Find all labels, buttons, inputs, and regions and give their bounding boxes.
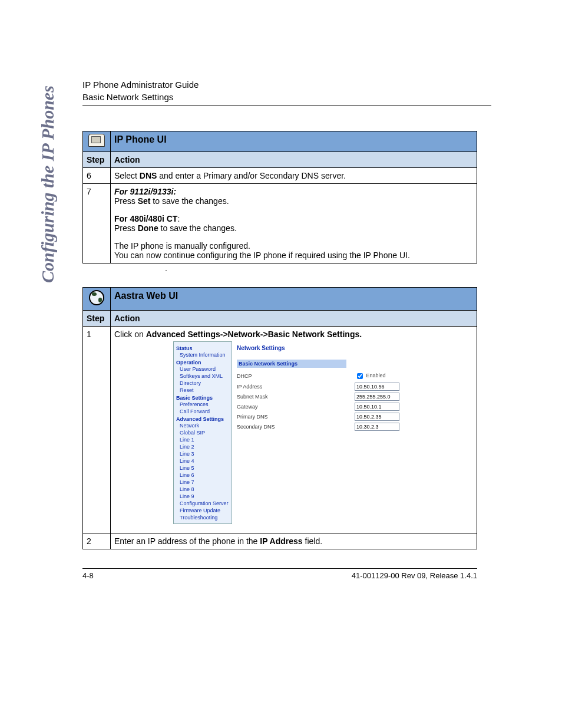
nav-troubleshooting[interactable]: Troubleshooting — [180, 514, 229, 521]
nav-softkeys-xml[interactable]: Softkeys and XML — [180, 373, 229, 380]
doc-subtitle: Basic Network Settings — [82, 92, 491, 102]
nav-global-sip[interactable]: Global SIP — [180, 429, 229, 436]
phone-icon — [88, 134, 105, 147]
phone-icon-cell — [83, 131, 111, 152]
doc-title: IP Phone Administrator Guide — [82, 80, 491, 90]
step2-1: 1 — [83, 327, 111, 533]
nav-line4[interactable]: Line 4 — [180, 457, 229, 465]
nav-advanced-hdr: Advanced Settings — [176, 416, 229, 422]
webui-screenshot: Status System Information Operation User… — [173, 341, 421, 524]
footer-divider — [82, 568, 477, 569]
nav-line7[interactable]: Line 7 — [180, 479, 229, 486]
nav-config-server[interactable]: Configuration Server — [180, 500, 229, 507]
section2-title: Aastra Web UI — [111, 288, 477, 311]
col-action: Action — [111, 152, 477, 168]
net-settings-title: Network Settings — [237, 345, 416, 351]
step-6-action: Select DNS and enter a Primary and/or Se… — [111, 168, 477, 184]
basic-net-band: Basic Network Settings — [237, 360, 346, 368]
step-6: 6 — [83, 168, 111, 184]
nav-line6[interactable]: Line 6 — [180, 472, 229, 479]
primary-dns-input[interactable] — [355, 413, 399, 421]
page-number: 4-8 — [82, 571, 94, 580]
nav-system-information[interactable]: System Information — [180, 351, 229, 358]
col-step: Step — [83, 152, 111, 168]
nav-user-password[interactable]: User Password — [180, 365, 229, 373]
doc-revision: 41-001129-00 Rev 09, Release 1.4.1 — [352, 571, 477, 580]
header-divider — [82, 106, 491, 106]
label-subnet: Subnet Mask — [237, 394, 355, 400]
col-step-2: Step — [83, 311, 111, 327]
ip-phone-ui-table: IP Phone UI Step Action 6 Select DNS and… — [82, 131, 477, 263]
nav-firmware-update[interactable]: Firmware Update — [180, 507, 229, 514]
col-action-2: Action — [111, 311, 477, 327]
dhcp-checkbox[interactable] — [357, 373, 363, 379]
label-sdns: Secondary DNS — [237, 424, 355, 430]
nav-line9[interactable]: Line 9 — [180, 493, 229, 500]
secondary-dns-input[interactable] — [355, 423, 399, 431]
nav-network[interactable]: Network — [180, 422, 229, 429]
nav-line3[interactable]: Line 3 — [180, 450, 229, 457]
label-dhcp: DHCP — [237, 373, 355, 379]
webui-main-panel: Network Settings Basic Network Settings … — [232, 341, 421, 524]
label-ip: IP Address — [237, 384, 355, 390]
nav-status-hdr: Status — [176, 345, 229, 351]
step2-2-action: Enter an IP address of the phone in the … — [111, 533, 477, 549]
gateway-input[interactable] — [355, 403, 399, 411]
nav-reset[interactable]: Reset — [180, 387, 229, 394]
step-7-action: For 9112i/9133i: Press Set to save the c… — [111, 184, 477, 263]
label-pdns: Primary DNS — [237, 414, 355, 420]
aastra-web-ui-table: Aastra Web UI Step Action 1 Click on Adv… — [82, 287, 477, 549]
step-7: 7 — [83, 184, 111, 263]
nav-line5[interactable]: Line 5 — [180, 465, 229, 472]
subnet-input[interactable] — [355, 393, 399, 401]
globe-icon-cell — [83, 288, 111, 311]
webui-nav: Status System Information Operation User… — [173, 341, 232, 524]
step2-2: 2 — [83, 533, 111, 549]
nav-basic-hdr: Basic Settings — [176, 395, 229, 401]
side-chapter-text: Configuring the IP Phones — [38, 85, 58, 283]
dhcp-enabled-label: Enabled — [366, 373, 386, 378]
nav-line8[interactable]: Line 8 — [180, 486, 229, 493]
nav-call-forward[interactable]: Call Forward — [180, 408, 229, 415]
step2-1-action: Click on Advanced Settings->Network->Bas… — [111, 327, 477, 533]
nav-line1[interactable]: Line 1 — [180, 436, 229, 443]
spacer-dot: . — [165, 263, 491, 275]
nav-operation-hdr: Operation — [176, 360, 229, 365]
nav-line2[interactable]: Line 2 — [180, 443, 229, 450]
nav-directory[interactable]: Directory — [180, 380, 229, 387]
nav-preferences[interactable]: Preferences — [180, 401, 229, 408]
section1-title: IP Phone UI — [111, 131, 477, 152]
globe-icon — [89, 290, 104, 305]
label-gateway: Gateway — [237, 404, 355, 410]
ip-address-input[interactable] — [355, 383, 399, 391]
